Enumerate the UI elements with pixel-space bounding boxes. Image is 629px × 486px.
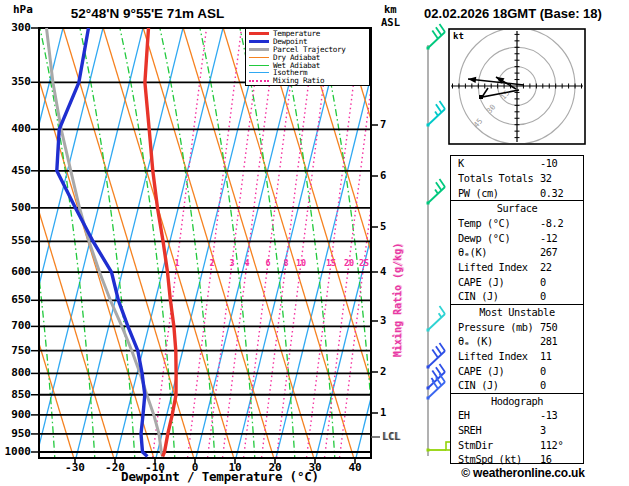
stat-row: Lifted Index22 bbox=[451, 260, 583, 275]
stat-value: 3 bbox=[540, 424, 580, 436]
pressure-axis-unit: hPa bbox=[13, 3, 33, 16]
stat-section-title: Surface bbox=[451, 201, 583, 216]
temperature-tick-label: 10 bbox=[218, 461, 252, 474]
stat-label: CAPE (J) bbox=[458, 276, 540, 288]
km-asl-tick-label: 3 bbox=[380, 314, 386, 326]
stat-row: Totals Totals32 bbox=[451, 171, 583, 186]
km-asl-tick-label: 7 bbox=[380, 118, 386, 130]
legend-line-sample bbox=[249, 32, 269, 35]
pressure-tick-label: 900 bbox=[0, 408, 31, 421]
temperature-tick-label: 20 bbox=[258, 461, 292, 474]
legend-item: Wet Adiabat bbox=[249, 61, 369, 69]
stat-value: 267 bbox=[540, 246, 580, 258]
stat-value: 0 bbox=[540, 276, 580, 288]
stat-label: StmDir bbox=[458, 439, 540, 451]
stat-label: Lifted Index bbox=[458, 350, 540, 362]
stat-section-title: Hodograph bbox=[451, 394, 583, 409]
km-asl-tick-label: 1 bbox=[380, 406, 386, 418]
pressure-tick-label: 750 bbox=[0, 344, 31, 357]
temperature-tick-label: -30 bbox=[58, 461, 92, 474]
legend-item-label: Mixing Ratio bbox=[273, 76, 324, 85]
temperature-tick-label: -20 bbox=[98, 461, 132, 474]
stat-value: -10 bbox=[540, 157, 580, 169]
stat-row: CIN (J)0 bbox=[451, 289, 583, 304]
legend-line-sample bbox=[249, 57, 269, 58]
pressure-tick-label: 800 bbox=[0, 366, 31, 379]
stat-section-title: Most Unstable bbox=[451, 305, 583, 320]
stat-row: Dewp (°C)-12 bbox=[451, 230, 583, 245]
stat-value: 112° bbox=[540, 439, 580, 451]
pressure-tick-label: 700 bbox=[0, 319, 31, 332]
stat-section: K-10Totals Totals32PW (cm)0.32 bbox=[451, 156, 583, 200]
stat-value: 22 bbox=[540, 261, 580, 273]
station-title: 52°48'N 9°55'E 71m ASL bbox=[45, 6, 250, 21]
pressure-tick-label: 650 bbox=[0, 293, 31, 306]
svg-text:6: 6 bbox=[265, 258, 270, 268]
legend-line-sample bbox=[249, 72, 269, 73]
temperature-tick-label: 40 bbox=[338, 461, 372, 474]
stat-value: 750 bbox=[540, 321, 580, 333]
stat-row: Lifted Index11 bbox=[451, 349, 583, 364]
pressure-tick-label: 300 bbox=[0, 21, 31, 34]
stat-value: 0 bbox=[540, 365, 580, 377]
svg-text:25: 25 bbox=[359, 258, 369, 268]
run-title: 02.02.2026 18GMT (Base: 18) bbox=[398, 6, 628, 21]
stat-value: -8.2 bbox=[540, 217, 580, 229]
altitude-axis-unit-km: km bbox=[384, 3, 397, 15]
lcl-marker-label: LCL bbox=[382, 431, 400, 442]
pressure-tick-label: 950 bbox=[0, 427, 31, 440]
legend-line-sample bbox=[249, 80, 269, 82]
legend-line-sample bbox=[249, 48, 269, 51]
stat-label: StmSpd (kt) bbox=[458, 453, 540, 465]
stat-label: EH bbox=[458, 409, 540, 421]
legend-line-sample bbox=[249, 65, 269, 66]
stat-label: CAPE (J) bbox=[458, 365, 540, 377]
stat-label: PW (cm) bbox=[458, 187, 540, 199]
km-asl-tick-label: 2 bbox=[380, 365, 386, 377]
svg-text:3: 3 bbox=[229, 258, 234, 268]
stat-row: StmSpd (kt)16 bbox=[451, 452, 583, 467]
stat-label: Pressure (mb) bbox=[458, 321, 540, 333]
svg-text:4: 4 bbox=[244, 258, 249, 268]
stat-row: Pressure (mb)750 bbox=[451, 319, 583, 334]
km-asl-tick-label: 5 bbox=[380, 220, 386, 232]
stat-label: CIN (J) bbox=[458, 290, 540, 302]
svg-text:10: 10 bbox=[296, 258, 306, 268]
stat-row: Temp (°C)-8.2 bbox=[451, 216, 583, 231]
svg-text:1: 1 bbox=[174, 258, 179, 268]
stat-section: Most UnstablePressure (mb)750θₑ (K)281Li… bbox=[451, 304, 583, 393]
legend-item: Temperature bbox=[249, 30, 369, 38]
stat-value: 32 bbox=[540, 172, 580, 184]
pressure-tick-label: 600 bbox=[0, 265, 31, 278]
pressure-tick-label: 400 bbox=[0, 122, 31, 135]
km-asl-tick-label: 4 bbox=[380, 265, 386, 277]
stat-value: 0.32 bbox=[540, 187, 580, 199]
stability-indices-panel: K-10Totals Totals32PW (cm)0.32SurfaceTem… bbox=[450, 155, 584, 464]
stat-label: θₑ(K) bbox=[458, 246, 540, 258]
stat-label: SREH bbox=[458, 424, 540, 436]
pressure-tick-label: 1000 bbox=[0, 445, 31, 458]
svg-text:8: 8 bbox=[283, 258, 288, 268]
svg-text:20: 20 bbox=[344, 258, 354, 268]
stat-label: Dewp (°C) bbox=[458, 232, 540, 244]
stat-row: θₑ (K)281 bbox=[451, 334, 583, 349]
stat-label: Temp (°C) bbox=[458, 217, 540, 229]
skewt-sounding-page: 12346810152025153045 hPa 52°48'N 9°55'E … bbox=[0, 0, 629, 486]
stat-value: 0 bbox=[540, 290, 580, 302]
stat-label: Lifted Index bbox=[458, 261, 540, 273]
stat-row: CAPE (J)0 bbox=[451, 274, 583, 289]
pressure-tick-label: 850 bbox=[0, 388, 31, 401]
legend-line-sample bbox=[249, 40, 269, 43]
stat-value: -13 bbox=[540, 409, 580, 421]
stat-value: -12 bbox=[540, 232, 580, 244]
legend: TemperatureDewpointParcel TrajectoryDry … bbox=[245, 28, 370, 86]
hodograph-unit-label: kt bbox=[453, 31, 464, 41]
stat-value: 11 bbox=[540, 350, 580, 362]
stat-section: HodographEH-13SREH3StmDir112°StmSpd (kt)… bbox=[451, 393, 583, 467]
pressure-tick-label: 500 bbox=[0, 201, 31, 214]
stat-row: StmDir112° bbox=[451, 437, 583, 452]
stat-value: 0 bbox=[540, 379, 580, 391]
pressure-tick-label: 350 bbox=[0, 75, 31, 88]
stat-label: K bbox=[458, 157, 540, 169]
stat-row: CIN (J)0 bbox=[451, 378, 583, 393]
